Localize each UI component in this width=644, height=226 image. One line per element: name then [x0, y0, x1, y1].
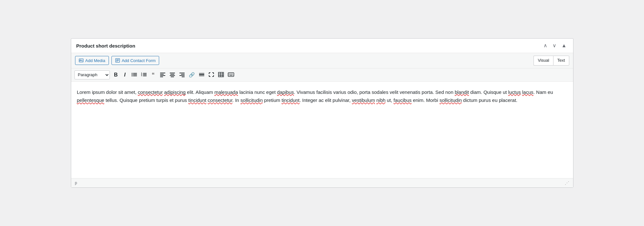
svg-point-8 [131, 74, 132, 75]
align-left-icon [160, 72, 166, 77]
svg-rect-41 [231, 74, 232, 74]
horizontal-rule-button[interactable] [197, 71, 206, 79]
ul-icon [131, 72, 137, 77]
table-button[interactable] [216, 71, 226, 79]
svg-rect-33 [218, 72, 224, 77]
contact-form-icon [115, 58, 120, 63]
blockquote-button[interactable]: “ [149, 71, 158, 79]
toolbar-row: Add Media Add Contact Form Visual Text [71, 53, 573, 68]
svg-text:3.: 3. [141, 75, 143, 77]
paragraph-select[interactable]: Paragraph Heading 1 Heading 2 Heading 3 … [74, 70, 110, 79]
italic-button[interactable]: I [121, 71, 129, 78]
collapse-up-button[interactable]: ∧ [542, 42, 549, 49]
keyboard-button[interactable] [226, 71, 236, 79]
svg-point-10 [131, 75, 132, 76]
header-controls: ∧ ∨ ▲ [542, 42, 568, 49]
align-right-button[interactable] [178, 71, 187, 79]
resize-handle[interactable]: ⋰ [565, 180, 569, 185]
editor-panel: Product short description ∧ ∨ ▲ Add Medi… [71, 38, 573, 188]
text-view-button[interactable]: Text [553, 56, 569, 66]
svg-rect-43 [229, 75, 229, 76]
collapse-down-button[interactable]: ∨ [551, 42, 558, 49]
svg-rect-40 [230, 74, 230, 74]
collapse-toggle-button[interactable]: ▲ [560, 42, 568, 49]
editor-content[interactable]: Lorem ipsum dolor sit amet, consectetur … [71, 82, 573, 178]
link-button[interactable]: 🔗 [187, 71, 197, 78]
align-right-icon [179, 72, 185, 77]
ordered-list-button[interactable]: 1. 2. 3. [139, 71, 149, 79]
editor-footer: p ⋰ [71, 178, 573, 187]
svg-rect-38 [228, 73, 234, 77]
svg-rect-42 [232, 74, 233, 74]
add-media-button[interactable]: Add Media [75, 56, 109, 65]
toolbar-left: Add Media Add Contact Form [75, 56, 159, 65]
hr-icon [199, 72, 205, 77]
add-contact-form-button[interactable]: Add Contact Form [111, 56, 159, 65]
format-toolbar: Paragraph Heading 1 Heading 2 Heading 3 … [71, 68, 573, 82]
align-center-button[interactable] [168, 71, 177, 79]
unordered-list-button[interactable] [130, 71, 139, 79]
editor-header: Product short description ∧ ∨ ▲ [71, 39, 573, 53]
bold-button[interactable]: B [112, 71, 120, 78]
svg-point-6 [131, 73, 132, 74]
fullscreen-icon [208, 72, 214, 77]
add-media-icon [79, 58, 84, 63]
visual-view-button[interactable]: Visual [533, 56, 553, 66]
table-icon [218, 72, 224, 77]
svg-rect-44 [230, 75, 232, 76]
keyboard-icon [228, 72, 234, 77]
svg-rect-45 [233, 75, 233, 76]
editor-title: Product short description [76, 43, 135, 49]
ol-icon: 1. 2. 3. [141, 72, 147, 77]
view-toggle: Visual Text [533, 56, 569, 66]
path-indicator: p [75, 181, 77, 185]
align-left-button[interactable] [158, 71, 167, 79]
svg-rect-39 [229, 74, 229, 74]
align-center-icon [169, 72, 175, 77]
fullscreen-button[interactable] [207, 71, 216, 79]
